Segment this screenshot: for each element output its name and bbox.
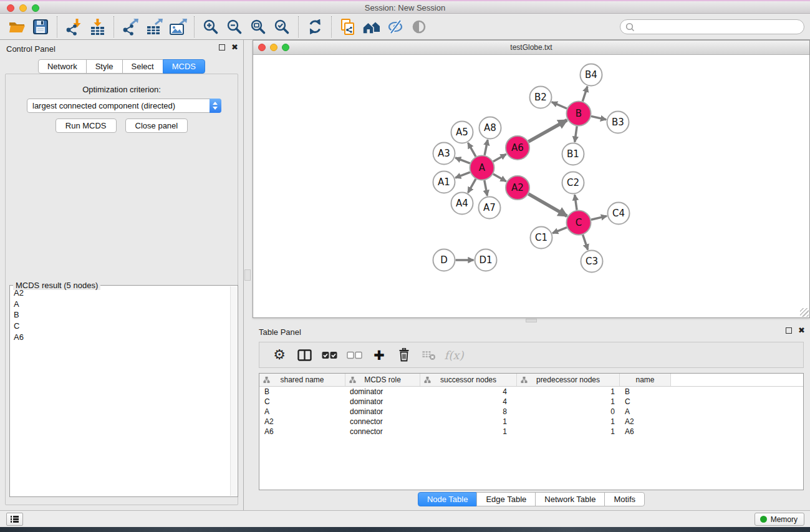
graph-edge-C-C1[interactable] [552,228,567,233]
show-graphics-details-button[interactable] [407,16,431,38]
table-cell[interactable]: A [620,407,671,416]
delete-row-button[interactable] [392,344,417,366]
graph-node-A5[interactable]: A5 [451,122,473,143]
graph-node-B2[interactable]: B2 [530,87,552,109]
duplicate-network-button[interactable] [336,16,360,38]
tab-network[interactable]: Network [38,59,87,74]
graph-edge-A-A5[interactable] [468,143,476,157]
column-header-shared-name[interactable]: shared name [259,374,345,386]
table-cell[interactable]: dominator [345,407,420,416]
table-cell[interactable]: 1 [517,427,620,436]
table-cell[interactable]: 1 [420,427,517,436]
criterion-dropdown[interactable]: largest connected component (directed) [27,99,221,113]
tab-node-table[interactable]: Node Table [418,492,478,506]
graph-edge-A-A1[interactable] [455,172,470,178]
table-cell[interactable]: A [259,407,345,416]
graph-node-B3[interactable]: B3 [607,112,629,133]
graph-edge-A-A6[interactable] [493,154,506,162]
table-cell[interactable]: 4 [420,387,517,396]
table-cell[interactable]: dominator [345,387,420,396]
close-panel-icon[interactable]: ✖ [798,327,805,334]
vertical-splitter[interactable] [244,40,253,510]
zoom-fit-button[interactable] [246,16,270,38]
show-panels-list-button[interactable] [6,513,23,526]
tab-mcds[interactable]: MCDS [163,59,205,74]
column-header-mcds-role[interactable]: MCDS role [345,374,420,386]
table-cell[interactable]: 1 [517,397,620,406]
column-header-name[interactable]: name [620,374,671,386]
graph-edge-A-A4[interactable] [468,179,476,193]
graph-node-D[interactable]: D [433,249,455,271]
table-cell[interactable]: 4 [420,397,517,406]
result-scrollbar[interactable] [230,286,237,496]
tab-style[interactable]: Style [86,59,123,74]
graph-node-A2[interactable]: A2 [506,176,529,200]
export-image-button[interactable] [166,16,190,38]
table-row[interactable]: Adominator80A [259,407,803,417]
tab-select[interactable]: Select [122,59,163,74]
graph-node-C2[interactable]: C2 [562,172,584,194]
table-row[interactable]: Cdominator41C [259,397,803,407]
search-input[interactable] [635,21,804,32]
graph-edge-A-A3[interactable] [455,158,470,163]
splitter-grip[interactable] [526,319,537,322]
run-mcds-button[interactable]: Run MCDS [55,118,117,133]
export-network-button[interactable] [118,16,142,38]
column-header-successor-nodes[interactable]: successor nodes [420,374,517,386]
horizontal-splitter[interactable] [253,318,810,323]
graph-edge-A6-B[interactable] [528,120,567,142]
window-resize-grip[interactable] [800,308,809,317]
table-settings-button[interactable]: ⚙ [267,344,292,366]
tab-motifs[interactable]: Motifs [604,492,645,506]
table-cell[interactable]: B [259,387,345,396]
zoom-out-button[interactable] [223,16,246,38]
table-cell[interactable]: A6 [620,427,671,436]
graph-edge-C-C4[interactable] [591,216,607,220]
add-row-button[interactable]: ✚ [367,344,392,366]
graph-edge-A-A7[interactable] [485,180,488,196]
import-network-button[interactable] [62,16,85,38]
graph-edge-A-A8[interactable] [485,140,488,155]
table-cell[interactable]: 0 [517,407,620,416]
import-table-button[interactable] [85,16,109,38]
graph-node-A6[interactable]: A6 [506,136,529,160]
table-row[interactable]: A2connector11A2 [259,417,803,427]
refresh-button[interactable] [303,16,327,38]
mcds-result-item[interactable]: C [11,321,229,332]
table-cell[interactable]: C [259,397,345,406]
table-cell[interactable]: A2 [259,417,345,426]
float-panel-icon[interactable] [786,327,792,334]
mcds-result-item[interactable]: B [11,309,229,321]
table-cell[interactable]: connector [345,427,420,436]
tab-network-table[interactable]: Network Table [535,492,605,506]
graph-edge-B-B4[interactable] [582,87,587,102]
graph-node-C3[interactable]: C3 [581,251,603,273]
graph-node-A4[interactable]: A4 [451,193,473,215]
graph-node-A1[interactable]: A1 [433,172,455,193]
show-columns-button[interactable] [292,344,317,366]
home-neighbors-button[interactable] [360,16,383,38]
mcds-result-item[interactable]: A6 [11,331,229,342]
table-cell[interactable]: A6 [259,427,345,436]
graph-node-C[interactable]: C [567,211,591,235]
graph-node-B4[interactable]: B4 [581,64,602,86]
close-panel-button[interactable]: Close panel [125,118,188,133]
memory-button[interactable]: Memory [755,513,804,526]
save-session-button[interactable] [29,16,52,38]
graph-node-B1[interactable]: B1 [562,143,584,165]
graph-edge-A2-C[interactable] [528,194,567,216]
table-cell[interactable]: 1 [420,417,517,426]
graph-node-A8[interactable]: A8 [480,117,501,139]
graph-node-A7[interactable]: A7 [479,197,501,219]
zoom-in-button[interactable] [199,16,223,38]
zoom-selected-button[interactable] [270,16,294,38]
graph-node-A[interactable]: A [470,156,494,180]
table-cell[interactable]: B [620,387,671,396]
table-cell[interactable]: 1 [517,417,620,426]
export-table-button[interactable] [142,16,166,38]
graph-node-C4[interactable]: C4 [608,203,630,225]
table-cell[interactable]: 1 [517,387,620,396]
table-row[interactable]: A6connector11A6 [259,427,803,437]
graph-node-D1[interactable]: D1 [475,249,497,271]
graph-edge-C-C3[interactable] [583,235,588,249]
